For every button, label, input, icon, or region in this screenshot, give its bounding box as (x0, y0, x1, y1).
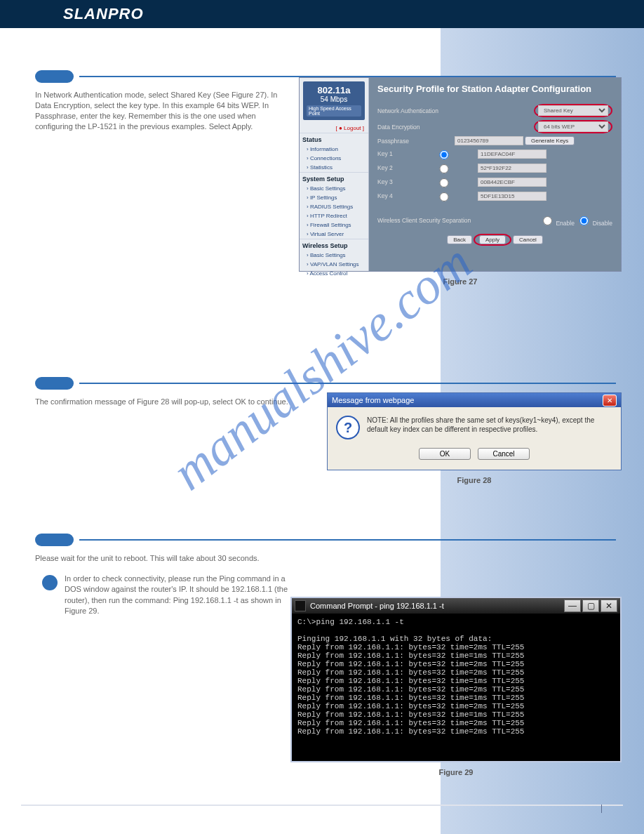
nav-item[interactable]: › HTTP Redirect (300, 211, 368, 220)
nav-group: System Setup (300, 172, 368, 184)
nav-item[interactable]: › VAP/VLAN Settings (300, 260, 368, 269)
terminal-output: C:\>ping 192.168.1.1 -t Pinging 192.168.… (292, 614, 620, 761)
panel-title: Security Profile for Station Adapter Con… (377, 84, 612, 94)
radio-enable[interactable]: Enable (539, 220, 575, 227)
nav-item[interactable]: › Virtual Server (300, 230, 368, 239)
device-badge: 802.11a 54 Mbps High Speed Access Point (303, 81, 365, 120)
nav-item[interactable]: › Information (300, 145, 368, 154)
label-passphrase: Passphrase (377, 138, 455, 145)
nav-group: Wireless Setup (300, 239, 368, 251)
radio-key-select[interactable] (412, 164, 476, 173)
nav-item[interactable]: › Access Control (300, 269, 368, 278)
input-key[interactable] (478, 150, 546, 159)
step28-text: The confirmation message of Figure 28 wi… (35, 397, 295, 407)
step28-rule (79, 383, 616, 384)
label-key: Key 4 (377, 192, 409, 199)
figure28-dialog: Message from webpage ✕ ? NOTE: All the p… (327, 392, 622, 470)
question-icon: ? (336, 416, 360, 439)
step29-header (35, 534, 616, 546)
maximize-icon[interactable]: ▢ (582, 600, 599, 612)
radio-key-select[interactable] (412, 178, 476, 187)
cmd-title: Command Prompt - ping 192.168.1.1 -t (310, 602, 444, 610)
label-wcs: Wireless Client Security Separation (377, 217, 497, 224)
select-data-encryption[interactable]: 64 bits WEP (538, 121, 608, 132)
label-netauth: Network Authentication (377, 107, 455, 114)
step28-header (35, 377, 616, 390)
logout-link[interactable]: [ ● Logout ] (300, 124, 368, 133)
figure29-terminal: Command Prompt - ping 192.168.1.1 -t — ▢… (290, 597, 622, 762)
step28-pill (35, 377, 74, 390)
apply-button[interactable]: Apply (479, 235, 506, 244)
figure27-caption: Figure 27 (299, 277, 622, 286)
step29-text: Please wait for the unit to reboot. This… (35, 553, 295, 564)
close-window-icon[interactable]: ✕ (601, 600, 617, 612)
label-dataenc: Data Encryption (377, 124, 455, 131)
nav-item[interactable]: › Basic Settings (300, 184, 368, 193)
badge-standard: 802.11a (318, 85, 351, 95)
close-icon[interactable]: ✕ (603, 395, 617, 406)
radio-key-select[interactable] (412, 192, 476, 201)
dialog-message: NOTE: All the profiles share the same se… (367, 416, 612, 439)
nav-item[interactable]: › Firewall Settings (300, 220, 368, 230)
nav-group: Status (300, 133, 368, 145)
cancel-button[interactable]: Cancel (513, 235, 543, 244)
input-passphrase[interactable] (455, 136, 523, 145)
nav-item[interactable]: › Statistics (300, 163, 368, 172)
back-button[interactable]: Back (447, 235, 472, 244)
brand-logo: SLANPRO (63, 5, 144, 23)
badge-speed: 54 Mbps (321, 95, 347, 103)
select-network-auth[interactable]: Shared Key (538, 105, 608, 116)
nav-item[interactable]: › IP Settings (300, 193, 368, 202)
dialog-ok-button[interactable]: OK (419, 448, 471, 460)
radio-disable[interactable]: Disable (576, 220, 612, 227)
input-key[interactable] (478, 192, 546, 201)
step30-text: In order to check connectivity, please r… (65, 574, 296, 617)
badge-type: High Speed Access Point (307, 105, 361, 117)
label-key: Key 2 (377, 164, 409, 171)
step27-pill (35, 70, 74, 83)
header-bar: SLANPRO (0, 0, 644, 28)
generate-keys-button[interactable]: Generate Keys (525, 136, 575, 145)
dialog-title: Message from webpage (332, 396, 414, 404)
figure27-screenshot: 802.11a 54 Mbps High Speed Access Point … (299, 77, 622, 272)
footer-tick (601, 805, 602, 813)
input-key[interactable] (478, 164, 546, 173)
footer-rule (21, 805, 623, 806)
nav-item[interactable]: › Basic Settings (300, 251, 368, 260)
input-key[interactable] (478, 178, 546, 187)
step27-text: In Network Authentication mode, select S… (35, 90, 295, 131)
step29-pill (35, 534, 74, 546)
step29-rule (79, 539, 616, 541)
dialog-cancel-button[interactable]: Cancel (478, 448, 530, 460)
step30-bullet (42, 575, 58, 590)
minimize-icon[interactable]: — (564, 600, 581, 612)
figure29-caption: Figure 29 (290, 768, 622, 776)
cmd-icon (295, 600, 306, 611)
label-key: Key 3 (377, 178, 409, 185)
radio-key-select[interactable] (412, 150, 476, 159)
nav-item[interactable]: › RADIUS Settings (300, 202, 368, 211)
figure28-caption: Figure 28 (327, 476, 622, 484)
label-key: Key 1 (377, 150, 409, 157)
nav-item[interactable]: › Connections (300, 154, 368, 163)
